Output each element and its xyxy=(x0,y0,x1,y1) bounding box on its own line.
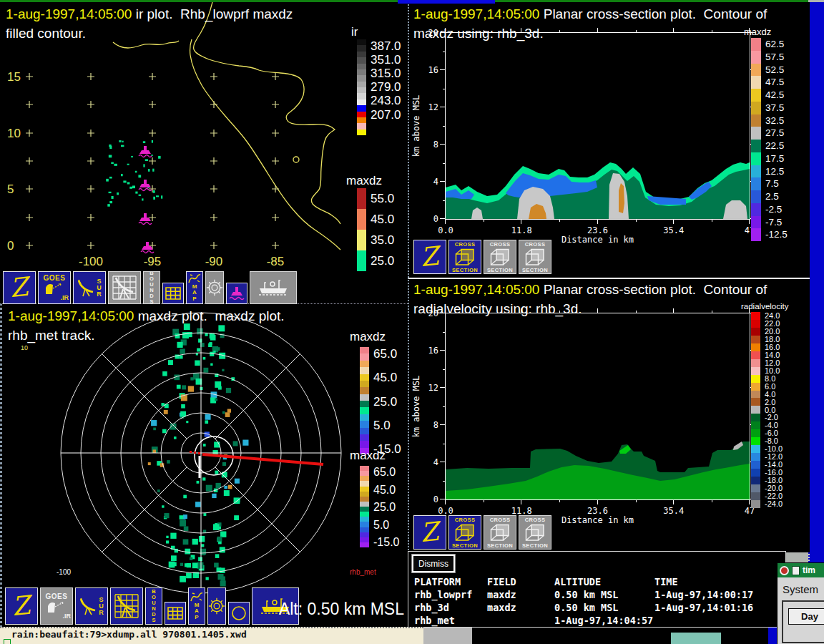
colorbar-segment xyxy=(357,250,366,271)
axis-tick xyxy=(484,219,484,222)
day-button[interactable]: Day xyxy=(788,608,824,625)
cross-section-button-3[interactable]: CROSSSECTION xyxy=(519,240,551,274)
table-header: ALTITUDE xyxy=(554,575,654,588)
timestamp: 1-aug-1997,14:05:00 xyxy=(6,6,132,21)
axis-tick xyxy=(443,406,446,407)
surveillance-radar-button[interactable]: SUR xyxy=(75,587,108,625)
colorbar-value: 22.5 xyxy=(765,140,784,151)
dismiss-button[interactable]: Dismiss xyxy=(412,555,455,572)
range-rings xyxy=(61,313,341,593)
bounds-button[interactable]: BOUNDS xyxy=(145,587,162,625)
grid-label: 10 xyxy=(21,344,28,351)
y-axis-title: km above MSL xyxy=(411,313,421,499)
colorbar-velocity: 24.022.020.018.016.014.012.010.08.06.04.… xyxy=(751,312,760,508)
axis-tick xyxy=(440,107,446,107)
ir-label: .IR xyxy=(62,613,72,620)
colorbar-value: 27.5 xyxy=(765,127,784,138)
cross-section-button-1[interactable]: CROSSSECTION xyxy=(448,515,481,550)
surveillance-radar-button[interactable]: SUR xyxy=(73,271,106,304)
map-overlay-button[interactable]: MAP xyxy=(186,271,203,304)
svg-text:-100: -100 xyxy=(79,255,103,268)
radar-grid-button[interactable] xyxy=(110,587,143,625)
axis-tick xyxy=(443,52,446,52)
zebra-logo-button[interactable]: Z xyxy=(413,515,446,550)
axis-tick xyxy=(597,219,598,224)
axis-tick xyxy=(712,219,712,222)
goes-ir-button[interactable]: GOES.IR xyxy=(38,271,71,304)
zebra-logo-button[interactable]: Z xyxy=(413,240,446,274)
storm-track xyxy=(190,451,323,478)
cross-section-button-2[interactable]: CROSSSECTION xyxy=(484,240,516,274)
circle-overlay-button[interactable] xyxy=(228,602,250,625)
colorbar-value: 17.5 xyxy=(765,153,784,164)
cross-section-button-2[interactable]: CROSSSECTION xyxy=(484,515,516,550)
colorbar-value: 52.5 xyxy=(765,64,784,75)
axis-tick xyxy=(521,499,521,504)
table-cell xyxy=(487,614,554,627)
colorbar-maxdz: 55.045.035.025.0 xyxy=(357,188,366,271)
altitude-readout: Alt: 0.50 km MSL xyxy=(279,600,404,619)
system-inner-panel: Day xyxy=(782,600,824,643)
colorbar-segment xyxy=(751,445,760,453)
axis-label: 16 xyxy=(420,65,438,75)
colorbar-segment xyxy=(751,177,761,190)
terminal-window[interactable]: rain:beaufait:79>xdump.all 970801.1405.x… xyxy=(0,627,423,644)
colorbar-segment xyxy=(751,38,761,51)
y-axis-title: km above MSL xyxy=(411,33,421,219)
colorbar-segment xyxy=(751,484,760,492)
map-label: MAP xyxy=(192,284,197,303)
radar-grid-button[interactable] xyxy=(108,271,141,304)
timestamp: 1-aug-1997,14:05:00 xyxy=(8,308,134,323)
window-doc-icon[interactable] xyxy=(792,566,800,575)
panel-radar-ppi: 1-aug-1997,14:05:00 maxdz plot. maxdz pl… xyxy=(0,303,411,628)
cross-section-cube-icon xyxy=(524,248,546,267)
cross-section-cube-icon xyxy=(454,523,476,542)
range-rings-button[interactable] xyxy=(205,271,224,304)
colorbar-segment xyxy=(360,387,369,394)
system-window-titlebar[interactable]: tim xyxy=(778,563,824,577)
goes-swath-icon xyxy=(45,282,64,295)
axis-tick xyxy=(636,311,637,313)
map-icon xyxy=(188,273,201,283)
window-menu-icon[interactable] xyxy=(780,566,789,575)
bounds-button[interactable]: BOUNDS xyxy=(143,271,160,304)
ship-track-button[interactable] xyxy=(250,271,297,304)
range-rings-button[interactable] xyxy=(207,587,226,625)
colorbar-segment xyxy=(751,140,761,152)
platform-status-table: PLATFORMFIELDALTITUDETIMErhb_lowprfmaxdz… xyxy=(414,575,753,627)
section-label: SECTION xyxy=(452,267,478,273)
screen: 151050-100-95-90-85 1-aug-1997,14:05:00 … xyxy=(0,0,824,644)
grid-overlay-button[interactable] xyxy=(162,283,184,304)
map-overlay-button[interactable]: MAP xyxy=(188,587,205,625)
colorbar-value: 57.5 xyxy=(765,52,784,62)
buoy-button[interactable] xyxy=(226,283,247,304)
axis-label: 0.0 xyxy=(431,506,460,516)
colorbar-title-ir: ir xyxy=(351,25,358,39)
colorbar-segment xyxy=(751,421,760,429)
axis-tick xyxy=(443,444,446,444)
axis-label: 0.0 xyxy=(431,225,460,235)
axis-label: 11.8 xyxy=(507,506,536,516)
xsec-maxdz-contours xyxy=(446,33,750,219)
radar-dish-icon xyxy=(79,597,97,615)
cross-section-button-3[interactable]: CROSSSECTION xyxy=(519,515,551,550)
zebra-logo-button[interactable]: Z xyxy=(5,587,38,625)
goes-ir-button[interactable]: GOES.IR xyxy=(40,587,73,625)
axis-tick xyxy=(636,499,637,502)
axis-tick xyxy=(443,200,446,201)
zebra-logo-button[interactable]: Z xyxy=(3,271,36,304)
axis-label: 0 xyxy=(420,494,438,504)
cross-section-button-1[interactable]: CROSSSECTION xyxy=(448,240,481,274)
colorbar-segment xyxy=(751,328,760,336)
plot-title-line2: radialvelocity using: rhb_3d. xyxy=(413,301,582,317)
radar-grid-icon xyxy=(114,593,139,619)
section-label: SECTION xyxy=(487,542,513,549)
xsec-velocity-plot: 0.011.823.635.447048121620Distance in km… xyxy=(445,313,750,500)
colorbar-segment xyxy=(751,383,760,391)
map-axis-labels: 151050-100-95-90-85 xyxy=(7,70,284,268)
bounds-label: BOUNDS xyxy=(149,271,154,304)
grid-overlay-button[interactable] xyxy=(165,602,186,625)
colorbar-value: 42.5 xyxy=(765,89,784,100)
axis-tick xyxy=(440,462,446,462)
colorbar-value: 35.0 xyxy=(371,233,394,248)
